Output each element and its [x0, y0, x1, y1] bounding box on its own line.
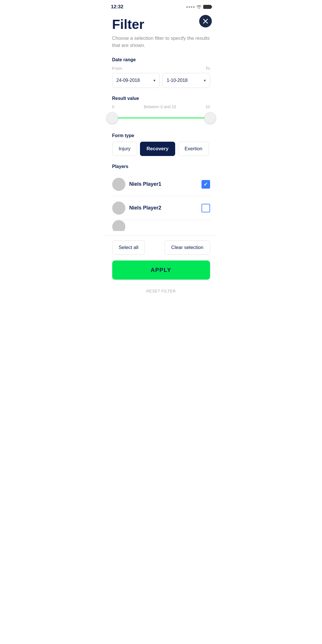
- slider-thumb-left[interactable]: [106, 112, 118, 124]
- clear-selection-button[interactable]: Clear selection: [165, 240, 210, 255]
- from-date-value: 24-09-2018: [116, 78, 140, 83]
- select-all-button[interactable]: Select all: [112, 240, 145, 255]
- wifi-icon: [196, 5, 202, 9]
- player1-avatar: [112, 178, 125, 191]
- status-icons: [186, 5, 211, 9]
- close-button[interactable]: [199, 15, 212, 27]
- page-title: Filter: [112, 17, 210, 32]
- players-label: Players: [112, 164, 210, 169]
- player1-name: Niels Player1: [129, 181, 202, 187]
- from-label: From: [112, 66, 122, 71]
- apply-button[interactable]: APPLY: [112, 260, 210, 280]
- status-time: 12:32: [111, 4, 123, 10]
- player3-avatar-partial: [112, 220, 125, 231]
- player1-checkmark-icon: ✓: [204, 181, 208, 187]
- status-bar: 12:32: [105, 0, 217, 13]
- selection-buttons-row: Select all Clear selection: [105, 236, 217, 259]
- player2-name: Niels Player2: [129, 205, 202, 211]
- slider-container: [112, 111, 210, 125]
- form-type-section: Form type Injury Recovery Exertion: [112, 133, 210, 156]
- result-value-label: Result value: [112, 96, 210, 101]
- player-item-2: Niels Player2: [112, 196, 210, 220]
- date-range-section: Date range From To 24-09-2018 ▾ 1-10-201…: [112, 57, 210, 88]
- date-inputs: 24-09-2018 ▾ 1-10-2018 ▾: [112, 73, 210, 88]
- slider-track: [112, 117, 210, 118]
- player-item-1: Niels Player1 ✓: [112, 173, 210, 196]
- reset-filter-button[interactable]: RESET FILTER: [105, 284, 217, 298]
- player2-checkbox[interactable]: [202, 204, 210, 212]
- signal-dots-icon: [186, 6, 195, 8]
- to-date-chevron-icon: ▾: [204, 78, 206, 83]
- date-from-to-labels: From To: [112, 66, 210, 71]
- slider-min-label: 0: [112, 104, 114, 109]
- players-section: Players Niels Player1 ✓ Niels Player2: [112, 164, 210, 231]
- player1-checkbox[interactable]: ✓: [202, 180, 210, 189]
- result-value-section: Result value 0 Between 0 and 10 10: [112, 96, 210, 125]
- player-item-partial: [112, 220, 210, 231]
- close-icon: [203, 19, 208, 24]
- filter-content: Filter Choose a selection filter to spec…: [105, 17, 217, 231]
- to-label: To: [206, 66, 210, 71]
- form-type-injury-button[interactable]: Injury: [112, 142, 137, 156]
- form-type-buttons: Injury Recovery Exertion: [112, 142, 210, 156]
- from-date-input[interactable]: 24-09-2018 ▾: [112, 73, 160, 88]
- player2-avatar: [112, 202, 125, 215]
- to-date-value: 1-10-2018: [167, 78, 188, 83]
- slider-max-label: 10: [206, 104, 210, 109]
- form-type-exertion-button[interactable]: Exertion: [178, 142, 209, 156]
- form-type-label: Form type: [112, 133, 210, 138]
- form-type-recovery-button[interactable]: Recovery: [140, 142, 175, 156]
- slider-center-label: Between 0 and 10: [144, 104, 176, 109]
- slider-labels: 0 Between 0 and 10 10: [112, 104, 210, 109]
- date-range-label: Date range: [112, 57, 210, 62]
- page-subtitle: Choose a selection filter to specify the…: [112, 35, 210, 49]
- slider-thumb-right[interactable]: [204, 112, 216, 124]
- to-date-input[interactable]: 1-10-2018 ▾: [163, 73, 210, 88]
- from-date-chevron-icon: ▾: [153, 78, 155, 83]
- battery-icon: [203, 5, 211, 9]
